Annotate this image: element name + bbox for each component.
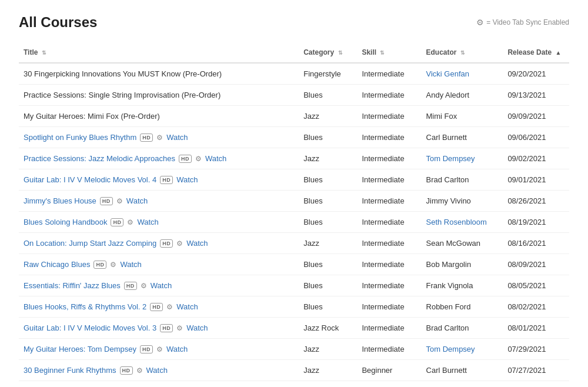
cell-skill: Intermediate (357, 106, 421, 127)
educator-name: Carl Burnett (426, 366, 467, 375)
cell-title: On Location: Jump Start Jazz CompingHD⚙W… (19, 233, 299, 254)
table-header: Title ⇅ Category ⇅ Skill ⇅ Educator ⇅ Re… (19, 42, 569, 63)
col-header-title[interactable]: Title ⇅ (19, 42, 299, 63)
sync-badge: ⚙ (166, 303, 173, 311)
sort-arrow-release: ▲ (555, 49, 561, 56)
watch-link[interactable]: Watch (120, 260, 141, 269)
course-title-link[interactable]: Essentials: Riffin' Jazz Blues (24, 281, 121, 290)
course-title-link[interactable]: Raw Chicago Blues (24, 260, 90, 269)
table-row: On Location: Jump Start Jazz CompingHD⚙W… (19, 233, 569, 254)
table-row: Spotlight on Funky Blues RhythmHD⚙WatchB… (19, 127, 569, 148)
cell-release-date: 09/02/2021 (503, 148, 569, 169)
educator-name[interactable]: Tom Dempsey (426, 154, 475, 163)
cell-skill: Intermediate (357, 63, 421, 85)
table-row: Jimmy's Blues HouseHD⚙WatchBluesIntermed… (19, 191, 569, 212)
course-title-link[interactable]: My Guitar Heroes: Mimi Fox (Pre-Order) (24, 112, 160, 121)
educator-name[interactable]: Tom Dempsey (426, 345, 475, 353)
cell-educator: Jimmy Vivino (422, 191, 503, 212)
cell-skill: Intermediate (357, 191, 421, 212)
col-header-skill[interactable]: Skill ⇅ (357, 42, 421, 63)
hd-badge: HD (93, 261, 106, 269)
cell-release-date: 08/16/2021 (503, 233, 569, 254)
title-cell-wrapper: Practice Sessions: Jazz Melodic Approach… (24, 154, 294, 163)
col-header-release-date[interactable]: Release Date ▲ (503, 42, 569, 63)
course-title-link[interactable]: Practice Sessions: Single String Improvi… (24, 91, 220, 99)
educator-name[interactable]: Vicki Genfan (426, 69, 469, 78)
cell-educator: Tom Dempsey (422, 148, 503, 169)
cell-skill: Intermediate (357, 233, 421, 254)
watch-link[interactable]: Watch (176, 175, 198, 184)
hd-badge: HD (124, 282, 137, 290)
cell-educator: Ned Luberecki (422, 381, 503, 388)
cell-release-date: 09/13/2021 (503, 85, 569, 106)
cell-skill: Intermediate (357, 85, 421, 106)
cell-title: Blues Hooks, Riffs & Rhythms Vol. 2HD⚙Wa… (19, 296, 299, 318)
cell-category: Blues (299, 296, 357, 318)
course-title-link[interactable]: My Guitar Heroes: Tom Dempsey (24, 345, 136, 353)
cell-title: Jimmy's Blues HouseHD⚙Watch (19, 191, 299, 212)
cell-educator: Vicki Genfan (422, 63, 503, 85)
cell-title: Blues Soloing HandbookHD⚙Watch (19, 212, 299, 233)
course-title-link[interactable]: 30 Fingerpicking Innovations You MUST Kn… (24, 69, 222, 78)
table-row: 30 Fingerpicking Innovations You MUST Kn… (19, 63, 569, 85)
cell-release-date: 08/05/2021 (503, 275, 569, 296)
course-title-link[interactable]: Spotlight on Funky Blues Rhythm (24, 133, 136, 142)
course-title-link[interactable]: Guitar Lab: I IV V Melodic Moves Vol. 4 (24, 175, 156, 184)
educator-name[interactable]: Seth Rosenbloom (426, 218, 487, 226)
cell-category: Jazz (299, 339, 357, 360)
courses-table: Title ⇅ Category ⇅ Skill ⇅ Educator ⇅ Re… (19, 42, 569, 387)
course-title-link[interactable]: Guitar Lab: I IV V Melodic Moves Vol. 3 (24, 323, 156, 332)
cell-title: My Guitar Heroes: Tom DempseyHD⚙Watch (19, 339, 299, 360)
col-header-educator[interactable]: Educator ⇅ (422, 42, 503, 63)
title-cell-wrapper: Practice Sessions: Single String Improvi… (24, 91, 294, 99)
watch-link[interactable]: Watch (176, 302, 198, 311)
title-cell-wrapper: Blues Hooks, Riffs & Rhythms Vol. 2HD⚙Wa… (24, 302, 294, 311)
watch-link[interactable]: Watch (186, 239, 208, 248)
watch-link[interactable]: Watch (205, 154, 226, 163)
col-header-category[interactable]: Category ⇅ (299, 42, 357, 63)
table-row: My Guitar Heroes: Mimi Fox (Pre-Order)Ja… (19, 106, 569, 127)
table-body: 30 Fingerpicking Innovations You MUST Kn… (19, 63, 569, 387)
cell-title: Raw Chicago BluesHD⚙Watch (19, 254, 299, 275)
cell-release-date: 08/02/2021 (503, 296, 569, 318)
cell-category: Blues (299, 127, 357, 148)
watch-link[interactable]: Watch (166, 345, 188, 353)
sync-badge: ⚙ (156, 134, 163, 142)
cell-release-date: 09/09/2021 (503, 106, 569, 127)
hd-badge: HD (150, 303, 163, 311)
cell-release-date: 08/09/2021 (503, 254, 569, 275)
cell-educator: Bob Margolin (422, 254, 503, 275)
table-row: Raw Chicago BluesHD⚙WatchBluesIntermedia… (19, 254, 569, 275)
title-cell-wrapper: My Guitar Heroes: Tom DempseyHD⚙Watch (24, 345, 294, 353)
cell-educator: Andy Aledort (422, 85, 503, 106)
course-title-link[interactable]: Blues Soloing Handbook (24, 218, 107, 226)
sync-badge: ⚙ (110, 261, 116, 269)
cell-release-date: 08/01/2021 (503, 318, 569, 339)
educator-name: Robben Ford (426, 302, 471, 311)
title-cell-wrapper: 30 Fingerpicking Innovations You MUST Kn… (24, 69, 294, 78)
hd-badge: HD (140, 134, 153, 142)
course-title-link[interactable]: Blues Hooks, Riffs & Rhythms Vol. 2 (24, 302, 146, 311)
watch-link[interactable]: Watch (126, 196, 148, 205)
course-title-link[interactable]: On Location: Jump Start Jazz Comping (24, 239, 156, 248)
watch-link[interactable]: Watch (137, 218, 158, 226)
watch-link[interactable]: Watch (166, 133, 188, 142)
sync-badge: ⚙ (116, 197, 123, 205)
course-title-link[interactable]: Practice Sessions: Jazz Melodic Approach… (24, 154, 175, 163)
table-row: Melodic Banjo HandbookHD⚙WatchCountryInt… (19, 381, 569, 388)
watch-link[interactable]: Watch (151, 281, 172, 290)
course-title-link[interactable]: Jimmy's Blues House (24, 196, 96, 205)
course-title-link[interactable]: 30 Beginner Funk Rhythms (24, 366, 116, 375)
watch-link[interactable]: Watch (146, 366, 168, 375)
cell-skill: Intermediate (357, 318, 421, 339)
sync-badge: ⚙ (136, 366, 143, 375)
cell-category: Blues (299, 254, 357, 275)
cell-release-date: 08/19/2021 (503, 212, 569, 233)
cell-category: Jazz (299, 233, 357, 254)
table-row: Practice Sessions: Single String Improvi… (19, 85, 569, 106)
title-cell-wrapper: Raw Chicago BluesHD⚙Watch (24, 260, 294, 269)
watch-link[interactable]: Watch (186, 323, 208, 332)
table-row: Blues Hooks, Riffs & Rhythms Vol. 2HD⚙Wa… (19, 296, 569, 318)
sync-badge: ⚙ (176, 239, 183, 248)
title-cell-wrapper: Guitar Lab: I IV V Melodic Moves Vol. 3H… (24, 323, 294, 332)
